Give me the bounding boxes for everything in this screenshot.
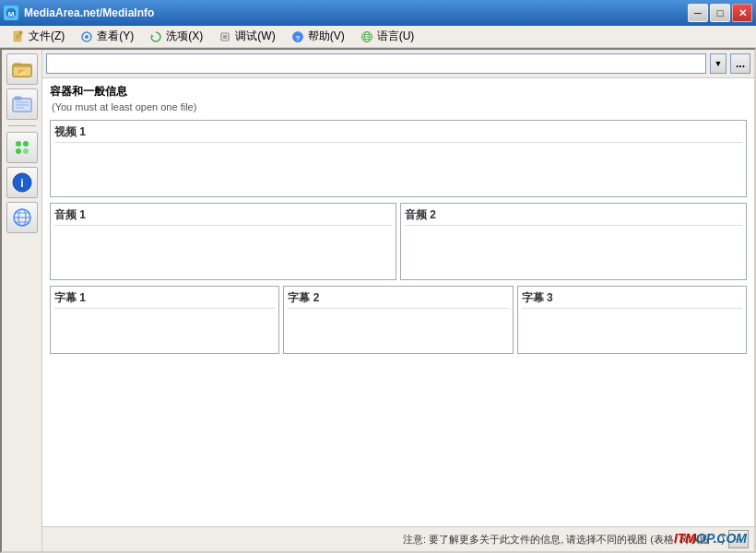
svg-text:M: M (8, 10, 15, 18)
video-section: 视频 1 (50, 120, 747, 197)
audio-sections-row: 音频 1 音频 2 (50, 203, 747, 280)
title-bar: M MediaArea.net/MediaInfo ─ □ ✕ (0, 0, 756, 26)
status-arrow-icon: → (734, 534, 744, 545)
file-menu-icon (11, 29, 26, 44)
svg-rect-3 (19, 31, 22, 34)
maximize-button[interactable]: □ (710, 4, 730, 22)
browse-button[interactable]: ... (730, 53, 750, 74)
subtitle2-title: 字幕 2 (288, 290, 508, 309)
subtitle3-title: 字幕 3 (522, 290, 742, 309)
subtitle1-title: 字幕 1 (54, 290, 275, 309)
status-note: 注意: 要了解更多关于此文件的信息, 请选择不同的视图 (表格, 树状图 ...… (403, 533, 725, 547)
top-bar: ▼ ... (42, 50, 754, 78)
menu-help[interactable]: ? 帮助(V) (283, 26, 352, 47)
toolbar-separator-1 (8, 125, 36, 126)
svg-point-32 (23, 141, 29, 147)
subtitle2-content (288, 312, 508, 349)
window-controls: ─ □ ✕ (688, 4, 752, 22)
menu-help-label: 帮助(V) (308, 29, 345, 44)
menu-lang-label: 语言(U) (377, 29, 415, 44)
svg-text:?: ? (295, 34, 300, 42)
lang-menu-icon (360, 29, 374, 44)
menu-lang[interactable]: 语言(U) (352, 26, 422, 47)
subtitle1-section: 字幕 1 (50, 286, 279, 354)
subtitle3-section: 字幕 3 (517, 286, 747, 354)
svg-text:📂: 📂 (18, 67, 27, 76)
menu-bar: 文件(Z) 查看(Y) 洗项(X) 调试(W) (0, 26, 756, 48)
window-body: 📂 (0, 48, 756, 553)
svg-point-8 (85, 35, 89, 39)
general-section: 容器和一般信息 (You must at least open one file… (50, 84, 747, 112)
info-area: 容器和一般信息 (You must at least open one file… (42, 78, 754, 526)
general-section-subtitle: (You must at least open one file) (52, 101, 747, 112)
menu-file[interactable]: 文件(Z) (4, 26, 72, 47)
svg-rect-10 (221, 33, 229, 41)
audio2-content (405, 229, 742, 276)
dropdown-arrow-icon: ▼ (715, 59, 723, 68)
svg-text:i: i (20, 177, 23, 190)
wash-menu-icon (148, 29, 163, 44)
video-content (54, 147, 742, 193)
menu-wash-label: 洗项(X) (166, 29, 203, 44)
menu-wash[interactable]: 洗项(X) (141, 26, 210, 47)
audio1-section: 音频 1 (50, 203, 396, 280)
open-folder-button[interactable] (6, 88, 38, 120)
web-button[interactable] (6, 202, 38, 233)
status-arrow-button[interactable]: → (728, 530, 749, 548)
browse-icon: ... (736, 57, 745, 70)
view-menu-icon (79, 29, 94, 44)
info-button[interactable]: i (6, 167, 38, 198)
debug-menu-icon (218, 29, 232, 44)
green-dots-button[interactable] (6, 132, 38, 163)
help-menu-icon: ? (290, 29, 305, 44)
svg-point-34 (23, 148, 29, 154)
video-section-title: 视频 1 (54, 124, 742, 143)
audio2-section: 音频 2 (400, 203, 747, 280)
menu-view-label: 查看(Y) (97, 29, 134, 44)
dropdown-button[interactable]: ▼ (710, 53, 726, 74)
subtitle-sections-row: 字幕 1 字幕 2 字幕 3 (50, 286, 747, 354)
svg-point-33 (16, 148, 21, 154)
app-icon: M (4, 6, 18, 20)
audio1-content (54, 229, 392, 276)
svg-marker-9 (151, 34, 154, 37)
file-path-input[interactable] (46, 53, 706, 74)
open-file-button[interactable]: 📂 (6, 53, 38, 85)
subtitle2-section: 字幕 2 (283, 286, 513, 354)
status-bar: 注意: 要了解更多关于此文件的信息, 请选择不同的视图 (表格, 树状图 ...… (42, 526, 754, 551)
window-title: MediaArea.net/MediaInfo (24, 6, 154, 19)
subtitle3-content (522, 312, 742, 349)
left-toolbar: 📂 (2, 50, 42, 551)
menu-file-label: 文件(Z) (29, 29, 65, 44)
minimize-button[interactable]: ─ (688, 4, 708, 22)
audio2-title: 音频 2 (405, 207, 742, 226)
close-button[interactable]: ✕ (732, 4, 752, 22)
menu-debug-label: 调试(W) (235, 29, 275, 44)
audio1-title: 音频 1 (54, 207, 392, 226)
general-section-title: 容器和一般信息 (50, 84, 747, 100)
menu-debug[interactable]: 调试(W) (210, 26, 282, 47)
right-content: ▼ ... 容器和一般信息 (You must at least open on… (42, 50, 754, 551)
menu-view[interactable]: 查看(Y) (72, 26, 141, 47)
subtitle1-content (54, 312, 275, 349)
svg-point-31 (16, 141, 21, 147)
svg-rect-30 (15, 97, 21, 100)
